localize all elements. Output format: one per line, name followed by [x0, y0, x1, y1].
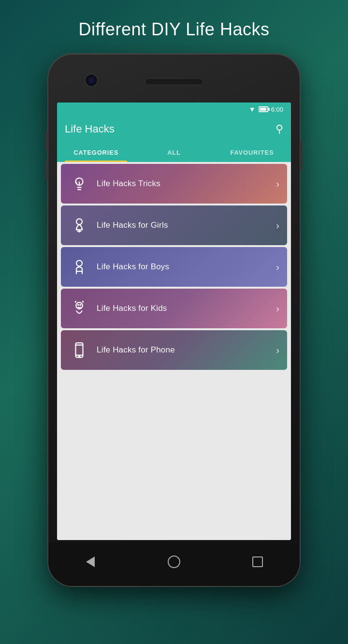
svg-point-10 — [80, 305, 81, 306]
svg-point-7 — [76, 261, 82, 266]
chevron-icon-girls: › — [276, 220, 279, 231]
chevron-icon-phone: › — [276, 345, 279, 356]
tab-bar: CATEGORIES ALL FAVOURITES — [57, 142, 291, 162]
category-label-tricks: Life Hacks Tricks — [90, 179, 276, 189]
category-label-kids: Life Hacks for Kids — [90, 304, 276, 313]
category-item-tricks[interactable]: Life Hacks Tricks › — [61, 164, 287, 204]
svg-point-4 — [76, 219, 82, 225]
category-item-boys[interactable]: Life Hacks for Boys › — [61, 247, 287, 287]
app-bar: Life Hacks ⚲ — [57, 116, 291, 142]
category-label-girls: Life Hacks for Girls — [90, 220, 276, 230]
category-item-phone[interactable]: Life Hacks for Phone › — [61, 330, 287, 370]
category-item-girls[interactable]: Life Hacks for Girls › — [61, 205, 287, 245]
chevron-icon-boys: › — [276, 262, 279, 273]
baby-icon — [69, 298, 90, 319]
category-label-phone: Life Hacks for Phone — [90, 345, 276, 355]
status-time: 6:00 — [271, 106, 283, 113]
speaker — [145, 78, 203, 85]
svg-point-9 — [78, 305, 79, 306]
category-list: Life Hacks Tricks › Life Hacks for Girls — [57, 162, 291, 540]
tab-favourites[interactable]: FAVOURITES — [213, 142, 291, 162]
status-bar: ▼ 6:00 — [57, 102, 291, 116]
tab-categories[interactable]: CATEGORIES — [57, 142, 135, 162]
recents-button[interactable] — [248, 552, 267, 571]
bottom-nav — [48, 542, 300, 586]
home-button[interactable] — [164, 552, 184, 571]
category-item-kids[interactable]: Life Hacks for Kids › — [61, 289, 287, 328]
svg-point-14 — [79, 356, 80, 357]
chevron-icon-kids: › — [276, 303, 279, 314]
bulb-icon — [69, 173, 90, 194]
wifi-icon: ▼ — [249, 105, 256, 113]
camera — [85, 73, 98, 87]
page-bg-title: Different DIY Life Hacks — [69, 0, 279, 54]
chevron-icon-tricks: › — [276, 178, 279, 190]
screen: ▼ 6:00 Life Hacks ⚲ CATEGORIES ALL FAVOU… — [57, 102, 291, 540]
phone-body: ▼ 6:00 Life Hacks ⚲ CATEGORIES ALL FAVOU… — [48, 54, 300, 586]
phone-icon — [69, 339, 90, 361]
person-male-icon — [69, 256, 90, 278]
battery-icon — [259, 106, 268, 112]
app-title: Life Hacks — [65, 123, 115, 135]
phone-frame: ▼ 6:00 Life Hacks ⚲ CATEGORIES ALL FAVOU… — [48, 54, 300, 586]
person-female-icon — [69, 215, 90, 236]
back-button[interactable] — [81, 552, 100, 571]
tab-all[interactable]: ALL — [135, 142, 213, 162]
category-label-boys: Life Hacks for Boys — [90, 262, 276, 272]
search-icon[interactable]: ⚲ — [276, 123, 283, 135]
